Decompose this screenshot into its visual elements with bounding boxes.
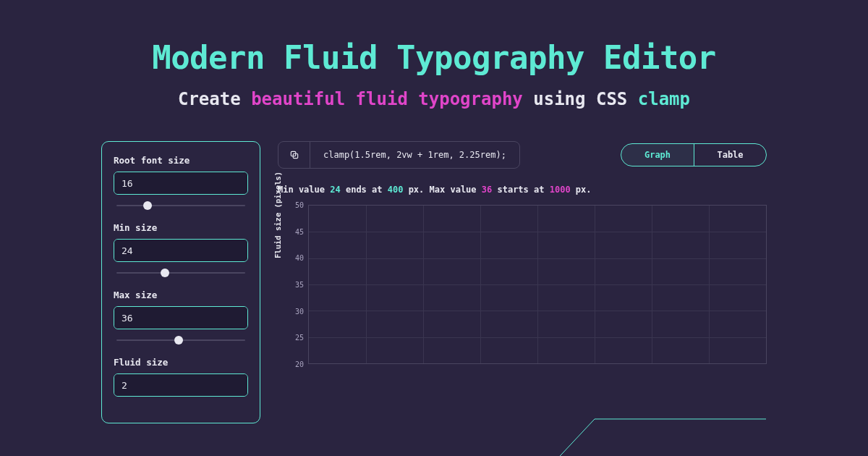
min-size-input[interactable] <box>114 240 248 261</box>
gridline <box>652 206 652 363</box>
page-title: Modern Fluid Typography Editor <box>0 39 868 76</box>
code-output: clamp(1.5rem, 2vw + 1rem, 2.25rem); <box>278 141 520 169</box>
chart-summary: Min value 24 ends at 400 px. Max value 3… <box>278 185 767 195</box>
fluid-line <box>309 419 766 456</box>
main-panel: clamp(1.5rem, 2vw + 1rem, 2.25rem); Grap… <box>278 141 767 423</box>
sub-pre: Create <box>178 89 251 109</box>
tab-graph[interactable]: Graph <box>621 144 694 166</box>
plot-area <box>308 205 767 364</box>
field-root-font-size: Root font size px <box>114 155 248 209</box>
y-tick: 35 <box>295 281 304 289</box>
fluid-size-input[interactable] <box>114 374 248 396</box>
root-font-size-slider[interactable] <box>114 202 248 209</box>
gridline <box>595 206 595 363</box>
copy-icon <box>289 150 299 160</box>
gridline <box>366 206 367 363</box>
view-tabs: Graph Table <box>621 143 767 166</box>
sub-clamp: clamp <box>638 89 690 109</box>
gridline <box>537 206 538 363</box>
field-label: Max size <box>114 290 248 300</box>
max-size-input[interactable] <box>114 307 248 329</box>
y-tick: 20 <box>295 360 304 368</box>
y-axis-label: Fluid size (pixels) <box>273 172 282 258</box>
root-font-size-input[interactable] <box>114 172 248 194</box>
y-axis-ticks: 50454035302520 <box>288 205 304 364</box>
controls-sidebar: Root font size px Min size px Max size <box>101 141 260 423</box>
y-tick: 45 <box>295 227 304 235</box>
field-label: Fluid size <box>114 357 248 368</box>
field-fluid-size: Fluid size vw <box>114 357 248 397</box>
y-tick: 25 <box>295 334 304 342</box>
field-max-size: Max size px <box>114 290 248 344</box>
field-label: Root font size <box>114 155 248 166</box>
tab-table[interactable]: Table <box>694 144 766 166</box>
fluid-size-chart: Fluid size (pixels) 50454035302520 <box>278 205 767 364</box>
sub-mid: using CSS <box>523 89 638 109</box>
clamp-code: clamp(1.5rem, 2vw + 1rem, 2.25rem); <box>310 150 519 160</box>
field-label: Min size <box>114 222 248 233</box>
gridline <box>480 206 481 363</box>
min-size-slider[interactable] <box>114 269 248 276</box>
y-tick: 40 <box>295 254 304 262</box>
gridline <box>709 206 710 363</box>
gridline <box>423 206 424 363</box>
max-size-slider[interactable] <box>114 337 248 344</box>
page-subtitle: Create beautiful fluid typography using … <box>0 89 868 109</box>
field-min-size: Min size px <box>114 222 248 276</box>
copy-button[interactable] <box>278 142 310 168</box>
y-tick: 30 <box>295 307 304 315</box>
sub-accent: beautiful fluid typography <box>251 89 523 109</box>
y-tick: 50 <box>295 201 304 209</box>
